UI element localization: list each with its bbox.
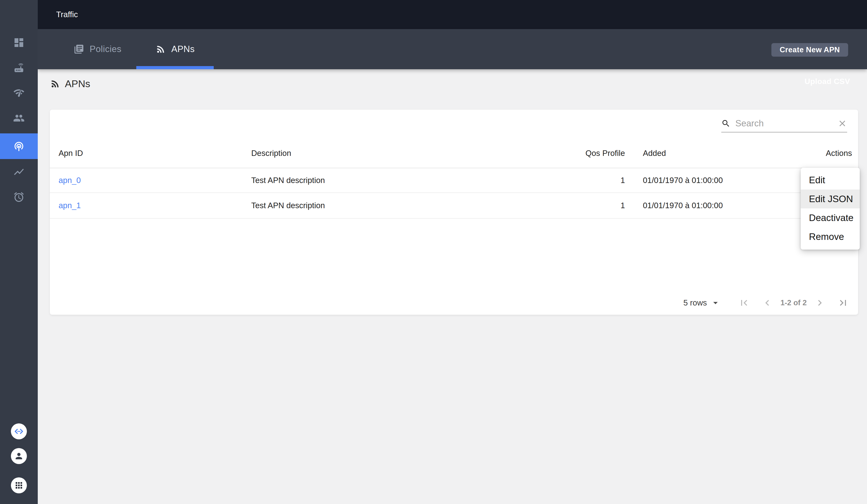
top-app-bar: Traffic bbox=[38, 0, 867, 29]
apn-added-date: 01/01/1970 à 01:00:00 bbox=[643, 201, 723, 210]
chevron-down-icon bbox=[710, 298, 721, 308]
chevron-left-icon bbox=[761, 297, 773, 309]
router-icon bbox=[13, 62, 25, 74]
last-page-button[interactable] bbox=[836, 296, 850, 310]
chevron-right-icon bbox=[814, 297, 826, 309]
active-tab-indicator bbox=[136, 66, 214, 69]
people-icon bbox=[13, 112, 25, 124]
apn-added-date: 01/01/1970 à 01:00:00 bbox=[643, 176, 723, 185]
last-page-icon bbox=[837, 297, 849, 309]
first-page-button[interactable] bbox=[737, 296, 751, 310]
sidebar-item-network[interactable] bbox=[0, 80, 38, 106]
wifi-tethering-icon bbox=[13, 140, 25, 152]
column-header-actions: Actions bbox=[826, 149, 852, 158]
table-row: apn_0 Test APN description 1 01/01/1970 … bbox=[50, 168, 858, 193]
tab-bar: Policies APNs Create New APN bbox=[38, 29, 867, 69]
tab-policies-label: Policies bbox=[89, 44, 121, 54]
page-title: Traffic bbox=[56, 10, 78, 19]
tab-apns[interactable]: APNs bbox=[136, 29, 214, 69]
apn-qos-profile: 1 bbox=[58, 201, 625, 210]
close-icon bbox=[837, 119, 847, 128]
upload-csv-button[interactable]: Upload CSV bbox=[804, 77, 850, 86]
sidebar-item-subscribers[interactable] bbox=[0, 105, 38, 131]
apn-qos-profile: 1 bbox=[58, 176, 625, 185]
sidebar-apps-button[interactable] bbox=[11, 478, 27, 493]
search-input[interactable] bbox=[735, 118, 837, 129]
create-new-apn-button[interactable]: Create New APN bbox=[771, 43, 848, 57]
menu-item-remove[interactable]: Remove bbox=[801, 227, 860, 246]
alarm-icon bbox=[13, 191, 25, 203]
section-title: APNs bbox=[65, 78, 90, 89]
rows-per-page-select[interactable]: 5 rows bbox=[683, 298, 721, 308]
row-actions-menu: Edit Edit JSON Deactivate Remove bbox=[801, 168, 860, 249]
rss-feed-icon bbox=[156, 44, 166, 54]
search-icon bbox=[721, 119, 730, 128]
pagination-bar: 5 rows 1-2 of 2 bbox=[683, 294, 850, 312]
next-page-button[interactable] bbox=[813, 296, 827, 310]
menu-item-edit-json[interactable]: Edit JSON bbox=[801, 190, 860, 208]
sidebar-item-metrics[interactable] bbox=[0, 159, 38, 185]
network-check-icon bbox=[13, 87, 25, 99]
sidebar-account-button[interactable] bbox=[11, 448, 27, 464]
previous-page-button[interactable] bbox=[760, 296, 774, 310]
line-chart-icon bbox=[13, 166, 25, 178]
first-page-icon bbox=[738, 297, 750, 309]
table-row: apn_1 Test APN description 1 01/01/1970 … bbox=[50, 193, 858, 218]
column-header-added: Added bbox=[643, 149, 666, 158]
tab-policies[interactable]: Policies bbox=[59, 29, 136, 69]
pagination-range-label: 1-2 of 2 bbox=[780, 299, 807, 307]
apps-grid-icon bbox=[14, 481, 24, 490]
sidebar-item-dashboard[interactable] bbox=[0, 30, 38, 55]
dashboard-icon bbox=[13, 37, 25, 49]
table-header-row: Apn ID Description Qos Profile Added Act… bbox=[50, 139, 858, 168]
sidebar-item-equipment[interactable] bbox=[0, 55, 38, 81]
account-icon bbox=[14, 451, 24, 461]
menu-item-edit[interactable]: Edit bbox=[801, 171, 860, 190]
section-header: APNs bbox=[50, 76, 90, 92]
tab-apns-label: APNs bbox=[171, 44, 195, 54]
sidebar-item-traffic[interactable] bbox=[0, 133, 38, 159]
rss-feed-icon bbox=[50, 78, 61, 89]
sidebar bbox=[0, 0, 38, 504]
search-clear-button[interactable] bbox=[837, 119, 847, 128]
library-books-icon bbox=[74, 44, 84, 54]
content-area: APNs Upload CSV Apn ID Description Qos P… bbox=[38, 69, 867, 504]
column-header-qos-profile: Qos Profile bbox=[58, 149, 625, 158]
sidebar-item-alerts[interactable] bbox=[0, 184, 38, 210]
search-field bbox=[721, 115, 847, 132]
sidebar-api-button[interactable] bbox=[11, 423, 27, 439]
api-code-icon bbox=[14, 427, 24, 436]
rows-per-page-label: 5 rows bbox=[683, 298, 707, 308]
menu-item-deactivate[interactable]: Deactivate bbox=[801, 208, 860, 227]
apns-table-card: Apn ID Description Qos Profile Added Act… bbox=[50, 110, 858, 315]
